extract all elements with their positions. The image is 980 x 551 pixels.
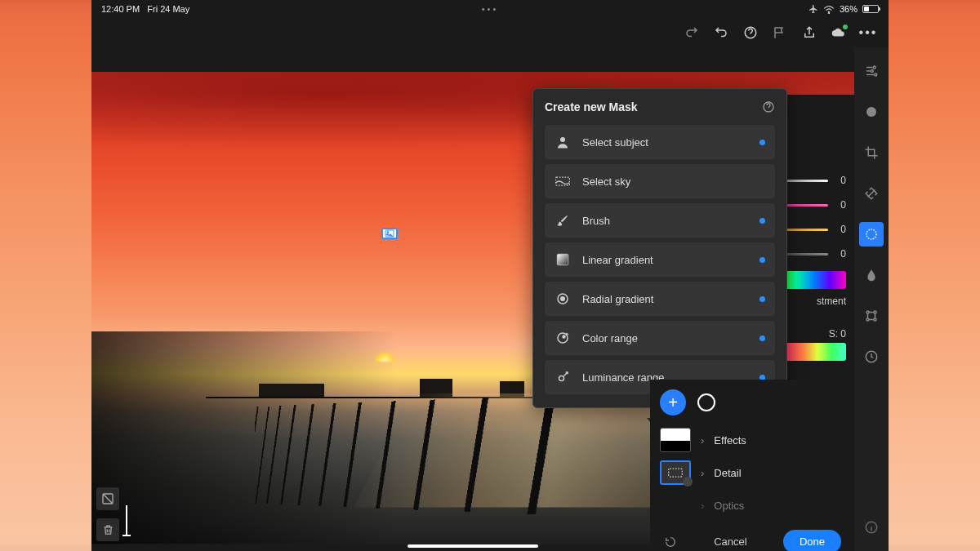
popup-title: Create new Mask <box>545 100 638 113</box>
healing-icon[interactable] <box>859 181 884 206</box>
mask-thumbnail[interactable] <box>660 460 691 485</box>
redo-icon[interactable] <box>684 25 699 40</box>
mask-option-label: Select subject <box>582 136 648 149</box>
indicator-dot <box>760 296 765 302</box>
blur-icon[interactable] <box>859 263 884 287</box>
svg-point-11 <box>874 311 876 313</box>
svg-point-13 <box>874 318 876 321</box>
svg-point-6 <box>871 70 873 73</box>
indicator-dot <box>760 140 765 145</box>
top-toolbar: ••• <box>91 18 889 47</box>
versions-icon[interactable] <box>859 344 884 369</box>
mask-option-color-range[interactable]: Color range <box>545 321 775 355</box>
chevron-right-icon: › <box>701 500 704 512</box>
mask-option-select-subject[interactable]: Select subject <box>545 125 775 159</box>
svg-point-17 <box>560 137 565 142</box>
crop-handle-left[interactable] <box>126 505 127 536</box>
status-bar: 12:40 PM Fri 24 May ••• 36% <box>91 0 889 18</box>
mask-option-label: Linear gradient <box>582 254 653 266</box>
indicator-dot <box>760 257 765 263</box>
indicator-dot <box>760 218 765 224</box>
mask-row-label: Optics <box>714 500 744 512</box>
sky-icon <box>555 176 571 187</box>
mask-row-label: Effects <box>714 434 746 447</box>
mask-option-label: Select sky <box>582 176 630 188</box>
mask-row[interactable]: › Optics <box>660 489 844 522</box>
mask-row[interactable]: › Detail <box>660 456 844 489</box>
mask-option-label: Brush <box>582 215 610 227</box>
create-mask-popup: Create new Mask Select subjectSelect sky… <box>532 88 787 408</box>
compare-icon[interactable] <box>96 487 119 510</box>
mask-thumbnail[interactable] <box>660 428 691 452</box>
undo-icon[interactable] <box>714 25 728 40</box>
svg-point-21 <box>561 297 565 301</box>
svg-point-0 <box>828 12 829 13</box>
color-range-icon <box>555 331 571 345</box>
wifi-icon <box>823 5 835 14</box>
add-mask-button[interactable]: + <box>660 389 686 415</box>
svg-point-7 <box>875 73 877 76</box>
svg-point-24 <box>559 376 564 381</box>
trash-icon[interactable] <box>96 518 119 541</box>
crop-icon[interactable] <box>859 140 884 165</box>
mask-option-brush[interactable]: Brush <box>545 203 775 238</box>
cancel-button[interactable]: Cancel <box>714 535 746 548</box>
svg-rect-25 <box>669 469 683 477</box>
presets-icon[interactable] <box>859 304 884 328</box>
svg-point-3 <box>387 232 389 233</box>
reset-icon[interactable] <box>663 535 678 549</box>
brush-icon <box>555 213 571 228</box>
mask-list-panel: + › Effects › Detail › Optics Cancel <box>650 380 854 551</box>
color-icon[interactable] <box>859 100 884 124</box>
svg-point-9 <box>866 229 876 239</box>
adjust-icon[interactable] <box>859 59 884 83</box>
info-icon[interactable] <box>859 515 884 540</box>
battery-percentage: 36% <box>840 4 858 14</box>
mask-row[interactable]: › Effects <box>660 424 844 456</box>
svg-point-10 <box>866 311 869 313</box>
svg-point-5 <box>873 66 875 69</box>
share-icon[interactable] <box>802 25 817 40</box>
tool-rail <box>854 47 889 551</box>
mask-option-label: Color range <box>582 332 638 344</box>
mask-row-label: Detail <box>714 467 741 479</box>
flag-icon[interactable] <box>773 25 787 40</box>
cloud-sync-icon[interactable] <box>831 25 846 40</box>
help-icon[interactable] <box>743 25 758 40</box>
mask-option-linear-gradient[interactable]: Linear gradient <box>545 242 775 277</box>
svg-point-23 <box>563 335 565 338</box>
mask-option-radial-gradient[interactable]: Radial gradient <box>545 282 775 316</box>
status-date: Fri 24 May <box>147 4 189 14</box>
done-button[interactable]: Done <box>783 530 841 551</box>
status-time-date: 12:40 PM Fri 24 May <box>101 4 189 14</box>
linear-gradient-icon <box>555 252 571 267</box>
luminance-range-icon <box>555 370 571 384</box>
home-indicator[interactable] <box>408 544 538 548</box>
masking-icon[interactable] <box>859 222 884 247</box>
svg-point-12 <box>866 318 869 321</box>
mask-option-select-sky[interactable]: Select sky <box>545 164 775 198</box>
radial-gradient-icon <box>555 291 571 306</box>
mask-view-toggle[interactable] <box>697 393 715 411</box>
popup-help-icon[interactable] <box>762 100 775 113</box>
battery-icon <box>862 5 879 13</box>
multitask-dots-icon[interactable]: ••• <box>482 4 499 14</box>
image-marker-icon[interactable] <box>381 228 398 239</box>
status-time: 12:40 PM <box>101 4 140 14</box>
chevron-right-icon: › <box>701 467 704 479</box>
svg-point-8 <box>866 107 876 117</box>
app-window: 12:40 PM Fri 24 May ••• 36% ••• <box>91 0 889 551</box>
mask-option-label: Radial gradient <box>582 293 653 305</box>
workspace: 0 0 0 0 stment S: 0 Create new Mask <box>91 47 889 551</box>
indicator-dot <box>760 335 765 341</box>
person-icon <box>555 135 571 149</box>
airplane-mode-icon <box>808 4 818 14</box>
chevron-right-icon: › <box>701 434 704 447</box>
svg-rect-19 <box>557 254 568 265</box>
more-options-icon[interactable]: ••• <box>861 25 875 40</box>
